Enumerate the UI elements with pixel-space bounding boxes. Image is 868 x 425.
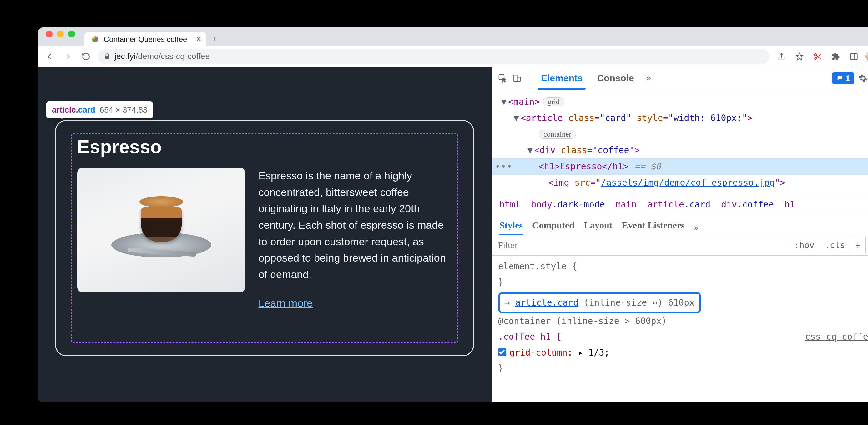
learn-more-link[interactable]: Learn more <box>258 297 452 309</box>
element-tooltip: article.card654 × 374.83 <box>46 101 153 119</box>
tabs-overflow-icon[interactable]: » <box>643 73 654 83</box>
forward-button[interactable] <box>59 48 76 65</box>
svg-point-0 <box>814 54 817 56</box>
declaration-checkbox[interactable] <box>498 348 506 356</box>
back-button[interactable] <box>41 48 58 65</box>
browser-window: Container Queries coffee ✕ + ⌄ jec.fyi/d… <box>37 28 868 402</box>
window-minimize-button[interactable] <box>57 31 64 37</box>
dom-row-main[interactable]: ▼<main>grid <box>501 94 868 110</box>
coffee-card: Espresso Espresso is the name of a highl… <box>55 120 474 356</box>
rendered-page: article.card654 × 374.83 Espresso Espres… <box>37 67 492 402</box>
rule-close-1: } <box>498 274 868 290</box>
tab-close-icon[interactable]: ✕ <box>196 35 202 43</box>
browser-tab[interactable]: Container Queries coffee ✕ <box>85 32 206 46</box>
dom-tree[interactable]: ▼<main>grid ▼<article class="card" style… <box>492 89 868 194</box>
tab-elements[interactable]: Elements <box>535 67 588 89</box>
tab-computed[interactable]: Computed <box>532 220 575 235</box>
rule-close-2: } <box>498 363 503 373</box>
paint-icon[interactable] <box>866 237 868 254</box>
tab-event-listeners[interactable]: Event Listeners <box>622 220 685 235</box>
lock-icon <box>104 53 111 60</box>
dom-row-h1-selected[interactable]: <h1>Espresso</h1>== $0 <box>492 158 868 175</box>
new-rule-icon[interactable]: + <box>850 237 866 254</box>
svg-rect-2 <box>851 54 857 59</box>
dom-row-article[interactable]: ▼<article class="card" style="width: 610… <box>501 110 868 126</box>
container-outline: Espresso Espresso is the name of a highl… <box>71 133 458 343</box>
rule-declaration[interactable]: grid-column: ▸ 1/3; <box>498 345 868 361</box>
breadcrumb[interactable]: html body.dark-mode main article.card di… <box>492 194 868 215</box>
devtools-panel: Elements Console » 1 ▼<main>grid ▼<artic… <box>492 67 868 402</box>
styles-rules[interactable]: element.style { } → article.card (inline… <box>492 256 868 380</box>
tab-console[interactable]: Console <box>591 67 640 89</box>
tooltip-dimensions: 654 × 374.83 <box>100 105 148 115</box>
titlebar: Container Queries coffee ✕ + ⌄ <box>37 28 868 46</box>
profile-avatar[interactable] <box>864 48 868 65</box>
card-description: Espresso is the name of a highly concent… <box>258 167 452 283</box>
hov-button[interactable]: :hov <box>789 237 819 254</box>
cls-button[interactable]: .cls <box>819 237 850 254</box>
container-rule-highlight: → article.card (inline-size ↔) 610px <box>498 292 868 314</box>
container-selector-link[interactable]: article.card <box>515 297 579 308</box>
address-bar[interactable]: jec.fyi/demo/css-cq-coffee <box>98 49 769 64</box>
style-tabs-overflow-icon[interactable]: » <box>694 223 699 232</box>
dom-row-div[interactable]: ▼<div class="coffee"> <box>501 142 868 158</box>
share-icon[interactable] <box>773 48 790 65</box>
dom-row-article-badge[interactable]: container <box>501 126 868 142</box>
tab-favicon <box>91 35 99 44</box>
bookmark-icon[interactable] <box>791 48 808 65</box>
svg-point-1 <box>814 57 817 59</box>
card-heading: Espresso <box>77 136 452 158</box>
reload-button[interactable] <box>78 48 94 65</box>
tooltip-class: .card <box>76 105 95 115</box>
new-tab-button[interactable]: + <box>206 34 222 46</box>
extensions-icon[interactable] <box>827 48 844 65</box>
tooltip-tag: article <box>52 105 76 115</box>
issues-count: 1 <box>846 73 850 83</box>
styles-filter-input[interactable] <box>492 235 789 255</box>
rule-source-link[interactable]: css-cq-coffee:45 <box>805 329 868 345</box>
sidepanel-icon[interactable] <box>845 48 862 65</box>
rule-selector[interactable]: .coffee h1 { <box>498 332 561 342</box>
url-text: jec.fyi/demo/css-cq-coffee <box>115 52 210 61</box>
toolbar: jec.fyi/demo/css-cq-coffee <box>37 46 868 67</box>
window-controls <box>45 28 85 46</box>
rule-element-style[interactable]: element.style { <box>498 259 868 274</box>
at-container-rule[interactable]: @container (inline-size > 600px) <box>498 314 868 329</box>
inspect-icon[interactable] <box>497 72 508 84</box>
tab-styles[interactable]: Styles <box>499 220 523 235</box>
settings-icon[interactable] <box>857 72 868 84</box>
issues-badge[interactable]: 1 <box>832 72 854 84</box>
window-close-button[interactable] <box>45 31 53 37</box>
styles-filter-row: :hov .cls + <box>492 235 868 256</box>
tab-layout[interactable]: Layout <box>584 220 613 235</box>
dom-row-img[interactable]: <img src="/assets/img/demo/cof-espresso.… <box>501 175 868 191</box>
tab-title: Container Queries coffee <box>104 35 187 44</box>
device-toggle-icon[interactable] <box>511 72 523 84</box>
devtools-toolbar: Elements Console » 1 <box>492 67 868 89</box>
coffee-image <box>77 167 245 293</box>
window-maximize-button[interactable] <box>68 31 75 37</box>
scissors-icon[interactable] <box>809 48 826 65</box>
styles-tabbar: Styles Computed Layout Event Listeners » <box>492 215 868 235</box>
content-area: article.card654 × 374.83 Espresso Espres… <box>37 67 868 402</box>
